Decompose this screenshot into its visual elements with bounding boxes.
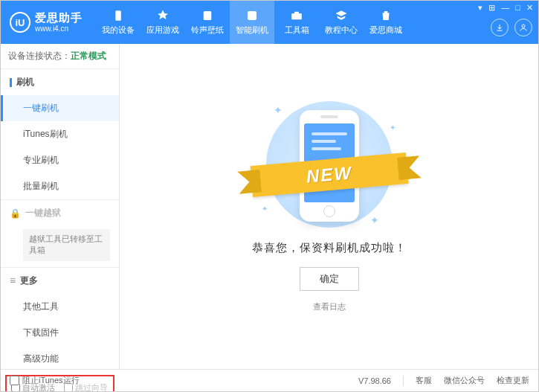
sparkle-icon: ✦: [262, 205, 268, 213]
sidebar: 设备连接状态：正常模式 刷机 一键刷机 iTunes刷机 专业刷机 批量刷机 🔒…: [1, 44, 120, 369]
top-nav: 我的设备 应用游戏 铃声壁纸 智能刷机 工具箱 教程中心: [96, 1, 408, 44]
sidebar-item-itunes[interactable]: iTunes刷机: [1, 121, 119, 147]
body: 设备连接状态：正常模式 刷机 一键刷机 iTunes刷机 专业刷机 批量刷机 🔒…: [1, 44, 538, 369]
accent-bar-icon: [10, 78, 12, 87]
nav-label: 铃声壁纸: [191, 25, 224, 36]
svg-rect-2: [248, 11, 256, 20]
sidebar-item-onekey[interactable]: 一键刷机: [1, 95, 119, 121]
update-link[interactable]: 检查更新: [497, 375, 529, 386]
svg-point-5: [522, 25, 525, 28]
svg-rect-4: [294, 12, 299, 14]
toolbox-icon: [290, 9, 303, 22]
nav-label: 智能刷机: [236, 25, 268, 36]
block-itunes-checkbox[interactable]: [10, 376, 19, 385]
nav-label: 爱思商城: [369, 25, 402, 36]
store-icon: [379, 9, 393, 22]
main-content: ✦ ✦ ✦ ✦ NEW 恭喜您，保资料刷机成功啦！ 确定 查看日志: [120, 44, 538, 369]
nav-store[interactable]: 爱思商城: [364, 1, 408, 44]
success-illustration: ✦ ✦ ✦ ✦ NEW: [266, 101, 393, 228]
section-more: ≡ 更多 其他工具 下载固件 高级功能: [1, 267, 119, 372]
section-head-flash[interactable]: 刷机: [1, 69, 119, 95]
flash-icon: [245, 9, 259, 22]
nav-my-device[interactable]: 我的设备: [96, 1, 141, 44]
wechat-link[interactable]: 微信公众号: [444, 375, 485, 386]
skip-guide-checkbox[interactable]: [64, 383, 73, 392]
skip-guide-check[interactable]: 跳过向导: [64, 382, 108, 392]
apps-icon: [156, 9, 170, 22]
section-title: 一键越狱: [25, 207, 61, 219]
success-message: 恭喜您，保资料刷机成功啦！: [252, 241, 407, 255]
section-title: 刷机: [16, 76, 34, 89]
app-window: iU 爱思助手 www.i4.cn 我的设备 应用游戏 铃声壁纸 智能刷机: [0, 0, 539, 392]
nav-tutorials[interactable]: 教程中心: [319, 1, 364, 44]
minimize-button[interactable]: —: [501, 3, 509, 13]
grid-button[interactable]: ⊞: [488, 3, 495, 13]
nav-toolbox[interactable]: 工具箱: [274, 1, 319, 44]
sidebar-item-advanced[interactable]: 高级功能: [1, 346, 119, 372]
header: iU 爱思助手 www.i4.cn 我的设备 应用游戏 铃声壁纸 智能刷机: [1, 1, 538, 44]
user-button[interactable]: [514, 19, 532, 36]
sidebar-item-download[interactable]: 下载固件: [1, 320, 119, 346]
sidebar-item-pro[interactable]: 专业刷机: [1, 147, 119, 173]
lock-icon: 🔒: [10, 208, 21, 219]
nav-apps-games[interactable]: 应用游戏: [141, 1, 185, 44]
svg-rect-1: [204, 11, 212, 20]
maximize-button[interactable]: □: [515, 3, 520, 13]
app-url: www.i4.cn: [35, 25, 83, 33]
ok-button[interactable]: 确定: [300, 267, 359, 291]
nav-label: 我的设备: [102, 25, 135, 36]
menu-button[interactable]: ▾: [478, 3, 482, 13]
section-jailbreak: 🔒 一键越狱 越狱工具已转移至工具箱: [1, 199, 119, 267]
nav-flash[interactable]: 智能刷机: [230, 1, 274, 44]
support-link[interactable]: 客服: [416, 375, 432, 386]
sidebar-item-batch[interactable]: 批量刷机: [1, 173, 119, 199]
connection-status: 设备连接状态：正常模式: [1, 44, 119, 68]
sidebar-item-other[interactable]: 其他工具: [1, 294, 119, 320]
download-button[interactable]: [491, 19, 509, 36]
nav-ringtones[interactable]: 铃声壁纸: [185, 1, 230, 44]
nav-label: 教程中心: [325, 25, 358, 36]
section-head-more[interactable]: ≡ 更多: [1, 268, 119, 294]
more-icon: ≡: [10, 275, 16, 286]
sparkle-icon: ✦: [370, 214, 379, 226]
nav-label: 应用游戏: [146, 25, 179, 36]
close-button[interactable]: ✕: [526, 3, 533, 13]
section-flash: 刷机 一键刷机 iTunes刷机 专业刷机 批量刷机: [1, 68, 119, 199]
version-label: V7.98.66: [358, 376, 391, 385]
sparkle-icon: ✦: [390, 123, 396, 132]
sparkle-icon: ✦: [274, 104, 283, 116]
nav-label: 工具箱: [285, 25, 309, 36]
jailbreak-note: 越狱工具已转移至工具箱: [23, 229, 110, 261]
svg-rect-0: [115, 10, 121, 21]
tutorial-icon: [335, 9, 348, 22]
window-controls: ▾ ⊞ — □ ✕: [478, 3, 533, 13]
section-head-jailbreak: 🔒 一键越狱: [1, 200, 119, 226]
svg-rect-3: [291, 13, 302, 19]
logo: iU 爱思助手 www.i4.cn: [10, 12, 83, 33]
logo-icon: iU: [10, 12, 30, 33]
app-title: 爱思助手: [35, 12, 83, 25]
view-log-link[interactable]: 查看日志: [313, 301, 346, 312]
section-title: 更多: [20, 274, 38, 287]
header-right: ▾ ⊞ — □ ✕: [491, 8, 532, 36]
ribbon-text: NEW: [305, 162, 352, 187]
ringtone-icon: [201, 9, 214, 22]
device-icon: [112, 9, 125, 22]
